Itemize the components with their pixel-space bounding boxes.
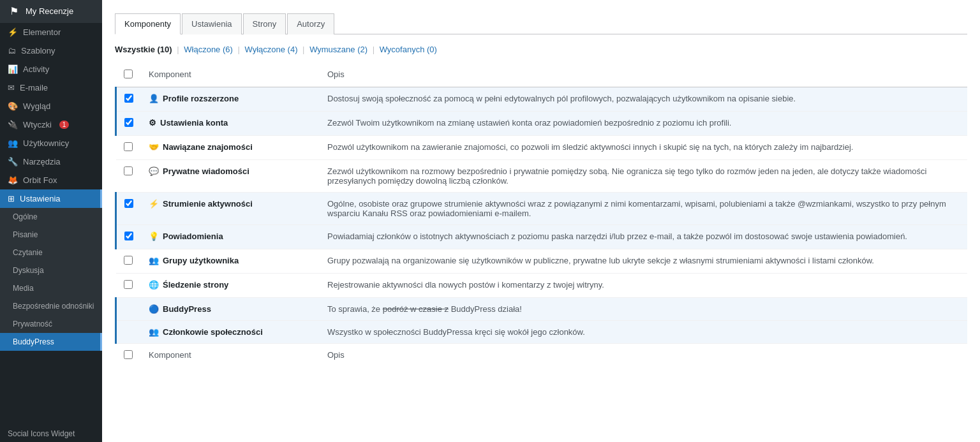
tab-ustawienia[interactable]: Ustawienia — [182, 13, 242, 34]
table-row: 👥Członkowie społecznościWszystko w społe… — [116, 321, 968, 344]
tab-autorzy[interactable]: Autorzy — [287, 13, 334, 34]
component-name: 💡Powiadomienia — [149, 232, 223, 241]
component-desc: To sprawia, że podróż w czasie z BuddyPr… — [327, 304, 522, 314]
component-desc: Powiadamiaj członków o istotnych aktywno… — [327, 232, 907, 241]
components-table: Komponent Opis 👤Profile rozszerzoneDosto… — [115, 63, 967, 367]
component-desc: Grupy pozwalają na organizowanie się uży… — [327, 256, 874, 265]
sidebar-item-my-recenzje[interactable]: ⚑ My Recenzje — [0, 0, 102, 22]
sidebar-item-elementor[interactable]: ⚡ Elementor — [0, 23, 102, 41]
flag-icon: ⚑ — [8, 5, 20, 17]
table-row: 🌐Śledzenie stronyRejestrowanie aktywnośc… — [116, 274, 968, 298]
appearance-icon: 🎨 — [8, 101, 18, 111]
table-row: 💬Prywatne wiadomościZezwól użytkownikom … — [116, 160, 968, 193]
component-checkbox[interactable] — [124, 166, 133, 175]
users-icon: 👥 — [8, 138, 18, 148]
sidebar-item-activity[interactable]: 📊 Activity — [0, 60, 102, 78]
table-row: 👤Profile rozszerzoneDostosuj swoją społe… — [116, 87, 968, 112]
sidebar-item-wyglad[interactable]: 🎨 Wygląd — [0, 97, 102, 115]
sidebar-sub-pisanie[interactable]: Pisanie — [0, 226, 102, 244]
sidebar-sub-media[interactable]: Media — [0, 279, 102, 297]
table-row: 🔵BuddyPressTo sprawia, że podróż w czasi… — [116, 298, 968, 321]
col-header-component: Komponent — [141, 63, 320, 87]
sidebar-sub-dyskusja[interactable]: Dyskusja — [0, 262, 102, 279]
component-name: ⚡Strumienie aktywności — [149, 199, 253, 209]
elementor-icon: ⚡ — [8, 27, 18, 37]
component-icon: 👥 — [149, 256, 159, 265]
component-desc: Dostosuj swoją społeczność za pomocą w p… — [327, 94, 796, 103]
component-icon: 💬 — [149, 166, 159, 176]
tab-strony[interactable]: Strony — [243, 13, 286, 34]
filter-required[interactable]: Wymuszane (2) — [309, 45, 370, 54]
orbit-fox-icon: 🦊 — [8, 175, 18, 185]
component-checkbox[interactable] — [124, 232, 133, 240]
table-row: ⚙Ustawienia kontaZezwól Twoim użytkownik… — [116, 112, 968, 136]
filter-enabled[interactable]: Włączone (6) — [184, 45, 235, 54]
component-name: 🔵BuddyPress — [149, 304, 211, 314]
select-all-checkbox[interactable] — [124, 70, 133, 78]
table-row: 👥Grupy użytkownikaGrupy pozwalają na org… — [116, 249, 968, 274]
component-icon: 🔵 — [149, 304, 159, 314]
component-name: 👥Członkowie społeczności — [149, 327, 263, 337]
component-desc: Ogólne, osobiste oraz grupowe strumienie… — [327, 199, 946, 218]
component-name: 👥Grupy użytkownika — [149, 256, 239, 265]
table-row: ⚡Strumienie aktywnościOgólne, osobiste o… — [116, 193, 968, 225]
component-desc: Pozwól użytkownikom na zawieranie znajom… — [327, 142, 853, 152]
component-checkbox[interactable] — [124, 199, 133, 208]
component-icon: ⚡ — [149, 199, 159, 209]
sidebar-item-orbit-fox[interactable]: 🦊 Orbit Fox — [0, 171, 102, 189]
component-checkbox[interactable] — [124, 94, 133, 103]
sidebar-sub-prywatnosc[interactable]: Prywatność — [0, 315, 102, 333]
sidebar-item-uzytkownicy[interactable]: 👥 Użytkownicy — [0, 134, 102, 152]
sidebar-sub-czytanie[interactable]: Czytanie — [0, 244, 102, 262]
plugins-icon: 🔌 — [8, 120, 18, 129]
component-desc: Zezwól Twoim użytkownikom na zmianę usta… — [327, 118, 731, 128]
component-checkbox[interactable] — [124, 142, 133, 151]
col-footer-component: Komponent — [141, 344, 320, 368]
activity-icon: 📊 — [8, 64, 18, 74]
component-desc: Zezwól użytkownikom na rozmowy bezpośred… — [327, 166, 926, 186]
col-header-opis: Opis — [320, 63, 967, 87]
sidebar-item-narzedzia[interactable]: 🔧 Narzędzia — [0, 152, 102, 171]
component-name: 👤Profile rozszerzone — [149, 94, 239, 103]
select-all-checkbox-footer[interactable] — [124, 350, 133, 359]
component-icon: 🤝 — [149, 142, 159, 152]
sidebar-social-icons-widget[interactable]: Social Icons Widget — [0, 425, 102, 442]
component-icon: 👤 — [149, 94, 159, 103]
component-checkbox[interactable] — [124, 280, 133, 289]
filter-disabled[interactable]: Wyłączone (4) — [245, 45, 301, 54]
plugins-badge: 1 — [59, 121, 70, 129]
sidebar: ⚑ My Recenzje ⚡ Elementor 🗂 Szablony 📊 A… — [0, 0, 102, 442]
component-name: 🤝Nawiązane znajomości — [149, 142, 253, 152]
sidebar-item-wtyczki[interactable]: 🔌 Wtyczki 1 — [0, 115, 102, 134]
col-footer-opis: Opis — [320, 344, 967, 368]
sidebar-item-szablony[interactable]: 🗂 Szablony — [0, 41, 102, 60]
sidebar-sub-bezposrednie-odnosniki[interactable]: Bezpośrednie odnośniki — [0, 297, 102, 315]
sidebar-sub-ogolne[interactable]: Ogólne — [0, 208, 102, 226]
table-row: 🤝Nawiązane znajomościPozwól użytkownikom… — [116, 136, 968, 160]
sidebar-sub-buddypress[interactable]: BuddyPress — [0, 333, 102, 351]
tools-icon: 🔧 — [8, 157, 18, 166]
component-name: ⚙Ustawienia konta — [149, 118, 228, 128]
component-icon: 👥 — [149, 327, 159, 337]
settings-icon: ⊞ — [8, 194, 15, 203]
szablony-icon: 🗂 — [8, 46, 16, 55]
tabs-bar: Komponenty Ustawienia Strony Autorzy — [115, 13, 967, 34]
component-icon: 💡 — [149, 232, 159, 241]
filter-bar: Wszystkie (10) | Włączone (6) | Wyłączon… — [115, 45, 967, 54]
main-content: Komponenty Ustawienia Strony Autorzy Wsz… — [102, 0, 980, 442]
component-name: 💬Prywatne wiadomości — [149, 166, 249, 176]
component-desc: Wszystko w społeczności BuddyPressa kręc… — [327, 327, 585, 337]
component-name: 🌐Śledzenie strony — [149, 280, 228, 290]
component-icon: 🌐 — [149, 280, 159, 290]
filter-all[interactable]: Wszystkie (10) — [115, 45, 174, 54]
component-icon: ⚙ — [149, 118, 156, 128]
component-desc: Rejestrowanie aktywności dla nowych post… — [327, 280, 604, 290]
tab-komponenty[interactable]: Komponenty — [115, 13, 181, 34]
component-checkbox[interactable] — [124, 118, 133, 127]
sidebar-item-ustawienia[interactable]: ⊞ Ustawienia — [0, 189, 102, 208]
email-icon: ✉ — [8, 83, 15, 92]
filter-deprecated[interactable]: Wycofanych (0) — [380, 45, 437, 54]
sidebar-item-emaile[interactable]: ✉ E-maile — [0, 78, 102, 97]
table-row: 💡PowiadomieniaPowiadamiaj członków o ist… — [116, 225, 968, 249]
component-checkbox[interactable] — [124, 256, 133, 265]
